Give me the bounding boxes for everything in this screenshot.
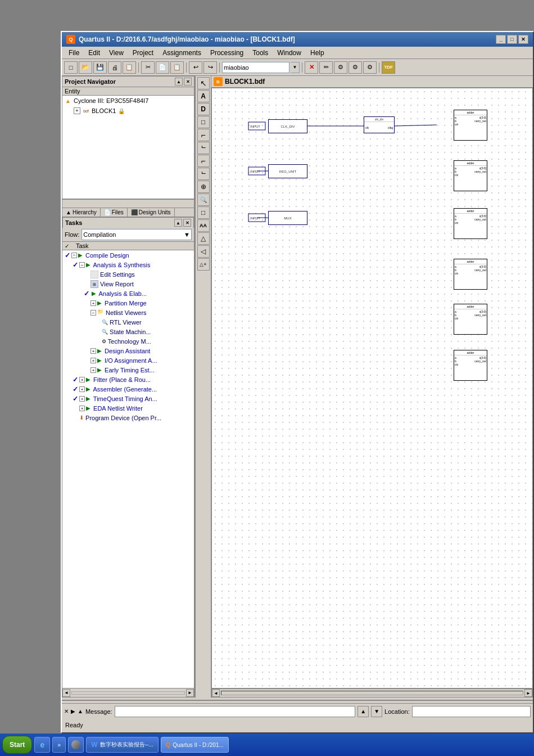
synth-button[interactable]: ⚙ <box>334 61 347 74</box>
strip-magnify[interactable]: 🔍 <box>197 194 210 206</box>
start-button[interactable]: Start <box>2 736 32 754</box>
expand-1[interactable]: − <box>79 262 85 268</box>
scroll-canvas-right[interactable]: ► <box>524 689 532 697</box>
task-row-tech[interactable]: ⚙ Technology M... <box>62 336 194 346</box>
task-row-analysis-synth[interactable]: ✓ − ▶ Analysis & Synthesis <box>62 260 194 269</box>
expand-10[interactable]: + <box>90 348 96 354</box>
expand-12[interactable]: + <box>90 367 96 373</box>
tab-hierarchy[interactable]: ▲ Hierarchy <box>62 208 101 217</box>
task-row-io[interactable]: + ▶ I/O Assignment A... <box>62 356 194 365</box>
word-taskbar-btn[interactable]: W 数字秒表实验报告--... <box>86 737 158 753</box>
task-row-eda[interactable]: + ▶ EDA Netlist Writer <box>62 403 194 413</box>
compile-button[interactable]: ✕ <box>305 61 318 74</box>
nav-pin-button[interactable]: ▲ <box>175 78 183 86</box>
project-combo-arrow[interactable]: ▼ <box>291 62 300 73</box>
save-button[interactable]: 💾 <box>93 61 107 74</box>
scroll-left[interactable]: ◄ <box>62 689 70 697</box>
open-button[interactable]: 📂 <box>79 61 92 74</box>
strip-annotate[interactable]: △+ <box>197 258 210 271</box>
fit-button[interactable]: ⚙ <box>349 61 362 74</box>
task-row-state[interactable]: 🔍 State Machin... <box>62 327 194 336</box>
extra-button[interactable]: TDF <box>382 61 395 74</box>
close-button[interactable]: ✕ <box>518 35 528 44</box>
scroll-canvas-left[interactable]: ◄ <box>212 689 220 697</box>
tab-files[interactable]: 📄 Files <box>101 208 128 217</box>
redo-button[interactable]: ↪ <box>203 61 217 74</box>
task-row-timequest[interactable]: ✓ + ▶ TimeQuest Timing An... <box>62 394 194 403</box>
undo-button[interactable]: ↩ <box>189 61 202 74</box>
task-row-netlist-viewers[interactable]: − 📁 Netlist Viewers <box>62 308 194 317</box>
task-row-design-asst[interactable]: + ▶ Design Assistant <box>62 346 194 356</box>
strip-wire1[interactable]: ⌐ <box>197 129 210 141</box>
menu-edit[interactable]: Edit <box>84 48 105 58</box>
menu-help[interactable]: Help <box>306 48 329 58</box>
task-row-program[interactable]: ⬇ Program Device (Open Pr... <box>62 413 194 422</box>
expand-16[interactable]: + <box>79 406 85 411</box>
strip-d[interactable]: D <box>197 103 210 115</box>
menu-assignments[interactable]: Assignments <box>158 48 206 58</box>
asm-button[interactable]: ⚙ <box>363 61 377 74</box>
flow-combo[interactable]: Compilation ▼ <box>82 229 192 240</box>
project-combo[interactable]: miaobiao <box>222 62 289 73</box>
msg-up-btn[interactable]: ▲ <box>357 706 369 717</box>
quartus-taskbar-btn[interactable]: Q Quartus II - D:/201... <box>161 737 229 753</box>
device-item[interactable]: ▲ Cyclone III: EP3C55F484I7 <box>62 96 194 106</box>
expand-13[interactable]: + <box>79 377 85 382</box>
strip-up[interactable]: △ <box>197 232 210 245</box>
scroll-right[interactable]: ► <box>186 689 194 697</box>
minimize-button[interactable]: _ <box>496 35 506 44</box>
panel-divider[interactable] <box>62 698 533 703</box>
tab-design-units[interactable]: ⬛ Design Units <box>128 208 175 217</box>
task-row-partition-merge[interactable]: + ▶ Partition Merge <box>62 298 194 308</box>
menu-file[interactable]: File <box>64 48 84 58</box>
expand-6[interactable]: − <box>90 310 96 316</box>
expand-15[interactable]: + <box>79 396 85 402</box>
task-row-compile[interactable]: ✓ − ▶ Compile Design <box>62 250 194 260</box>
new-button[interactable]: □ <box>64 61 78 74</box>
nav-scrollbar[interactable] <box>62 199 194 208</box>
menu-window[interactable]: Window <box>273 48 306 58</box>
strip-wire3[interactable]: ⌐ <box>197 155 210 167</box>
print-button[interactable]: 🖨 <box>108 61 121 74</box>
copy-button[interactable]: 📄 <box>156 61 169 74</box>
canvas-h-scrollbar[interactable]: ◄ ► <box>211 688 533 698</box>
menu-project[interactable]: Project <box>128 48 158 58</box>
task-row-view-report[interactable]: ⊞ View Report <box>62 279 194 289</box>
message-input[interactable] <box>115 706 355 717</box>
tasks-close-button[interactable]: ✕ <box>183 219 191 227</box>
expand-14[interactable]: + <box>79 386 85 392</box>
print2-button[interactable]: 📋 <box>123 61 136 74</box>
cut-button[interactable]: ✂ <box>141 61 155 74</box>
task-row-analysis-elab[interactable]: ✓ ▶ Analysis & Elab... <box>62 289 194 298</box>
strip-wire4[interactable]: ⌐ <box>197 168 210 180</box>
tasks-scrollbar[interactable]: ◄ ► <box>62 688 194 698</box>
menu-tools[interactable]: Tools <box>248 48 273 58</box>
task-row-rtl[interactable]: 🔍 RTL Viewer <box>62 317 194 327</box>
strip-wire2[interactable]: ⌐ <box>197 142 210 154</box>
location-input[interactable] <box>412 706 531 717</box>
task-row-fitter[interactable]: ✓ + ▶ Fitter (Place & Rou... <box>62 375 194 384</box>
strip-select-box[interactable]: □ <box>197 206 210 219</box>
task-row-edit-settings[interactable]: Edit Settings <box>62 269 194 279</box>
maximize-button[interactable]: □ <box>507 35 517 44</box>
task-row-early[interactable]: + ▶ Early Timing Est... <box>62 365 194 375</box>
expand-0[interactable]: − <box>71 253 77 258</box>
strip-text[interactable]: A <box>197 90 210 102</box>
strip-zoom-in[interactable]: ⊕ <box>197 181 210 193</box>
menu-view[interactable]: View <box>105 48 128 58</box>
tree-expand-icon[interactable]: + <box>74 107 80 114</box>
paste-button[interactable]: 📋 <box>170 61 184 74</box>
nav-close-button[interactable]: ✕ <box>184 78 192 86</box>
strip-cursor[interactable]: ↖ <box>197 77 210 89</box>
more-apps-button[interactable]: » <box>52 737 66 753</box>
strip-left[interactable]: ◁ <box>197 245 210 258</box>
task-row-assembler[interactable]: ✓ + ▶ Assembler (Generate... <box>62 384 194 394</box>
analyze-button[interactable]: ✏ <box>319 61 333 74</box>
schematic-canvas[interactable]: CLK_DIV clk_div clkclkg adder as[3:0] <box>223 100 532 688</box>
app3-button[interactable] <box>68 737 84 753</box>
menu-processing[interactable]: Processing <box>206 48 248 58</box>
ie-button[interactable]: e <box>34 737 50 753</box>
tasks-pin-button[interactable]: ▲ <box>174 219 182 227</box>
strip-symbol[interactable]: AA <box>197 219 210 232</box>
expand-5[interactable]: + <box>90 300 96 306</box>
